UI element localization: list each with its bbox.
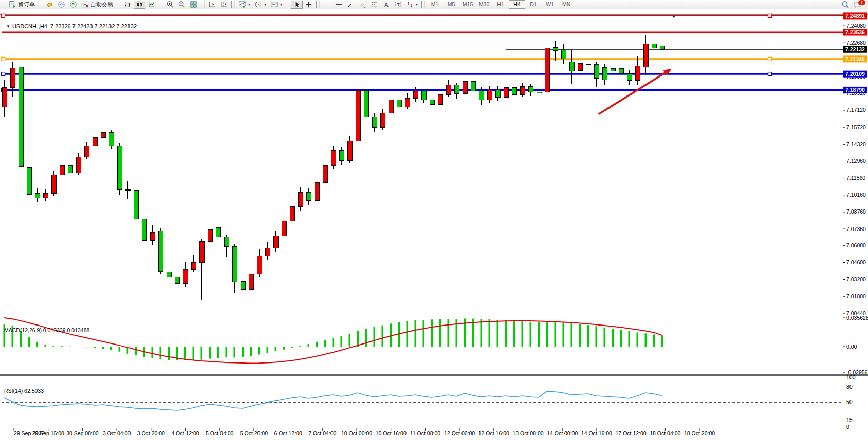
macd-histogram-bar <box>300 346 302 347</box>
toolbar-grip[interactable] <box>201 1 205 8</box>
trendline-tool-button[interactable] <box>345 1 357 9</box>
toolbar-grip[interactable] <box>286 1 289 8</box>
toolbar-grip[interactable] <box>231 1 235 8</box>
candle-body-down <box>35 193 40 198</box>
candle-body-up <box>273 236 278 248</box>
signals-icon <box>69 1 77 8</box>
signals-button[interactable] <box>67 1 79 9</box>
time-axis-label: 18 Oct 20:00 <box>684 430 715 436</box>
candle-body-up <box>84 146 89 157</box>
candle-body-down <box>241 281 245 289</box>
toolbar-grip[interactable] <box>39 1 42 8</box>
axis-label: 7.22680 <box>846 40 866 46</box>
timeframe-M15[interactable]: M15 <box>459 0 476 9</box>
macd-histogram-bar <box>102 347 104 349</box>
charts-button[interactable] <box>56 1 67 9</box>
macd-histogram-bar <box>563 322 565 347</box>
line-chart-mode-button[interactable] <box>145 1 157 9</box>
time-axis-label: 5 Oct 20:00 <box>240 430 268 436</box>
vertical-line-tool-button[interactable] <box>321 1 333 9</box>
candle-body-up <box>504 87 508 97</box>
macd-histogram-bar <box>604 328 606 347</box>
axis-label: 0.035628 <box>846 315 868 321</box>
timeframe-MN[interactable]: MN <box>558 0 575 9</box>
auto-scroll-button[interactable] <box>206 1 218 9</box>
toolbar-grip[interactable] <box>159 1 162 8</box>
channel-tool-button[interactable]: E <box>357 1 368 9</box>
horizontal-line-tool-button[interactable] <box>333 1 345 9</box>
fibonacci-tool-button[interactable]: F <box>368 1 380 9</box>
line-handle[interactable] <box>2 72 5 76</box>
axis-label: 7.23536 <box>845 29 865 35</box>
bar-chart-mode-button[interactable] <box>122 1 134 9</box>
macd-histogram-bar <box>456 319 458 347</box>
macd-histogram-bar <box>497 320 499 347</box>
toolbar-grip[interactable] <box>117 1 120 8</box>
macd-histogram-bar <box>407 321 409 347</box>
strategy-tester-button[interactable] <box>44 1 56 9</box>
price-chart-canvas[interactable]: 7.240807.226807.212807.198807.185207.171… <box>0 9 868 440</box>
timeframe-H4[interactable]: H4 <box>509 0 525 9</box>
search-button[interactable] <box>839 1 852 9</box>
macd-histogram-bar <box>481 319 483 347</box>
macd-histogram-bar <box>374 327 376 347</box>
macd-histogram-bar <box>555 322 557 347</box>
cursor-tool-button[interactable] <box>291 1 303 9</box>
arrows-tool-button[interactable]: ▾ <box>404 1 420 9</box>
axis-label: 7.14320 <box>846 141 866 147</box>
macd-histogram-bar <box>448 319 450 347</box>
toolbar-grip[interactable] <box>421 1 425 8</box>
zoom-out-button[interactable] <box>176 1 188 9</box>
tile-windows-button[interactable] <box>188 1 199 9</box>
timeframe-D1[interactable]: D1 <box>525 0 542 9</box>
axis-label: 7.01800 <box>846 293 866 299</box>
line-handle[interactable] <box>768 57 772 61</box>
toolbar-grip[interactable] <box>316 1 320 8</box>
timeframe-H1[interactable]: H1 <box>492 0 509 9</box>
timeframe-M30[interactable]: M30 <box>476 0 492 9</box>
zoom-in-button[interactable] <box>164 1 176 9</box>
candle-body-up <box>347 141 352 161</box>
dropdown-caret-icon: ▾ <box>264 2 266 7</box>
chart-shift-button[interactable] <box>218 1 230 9</box>
candle-body-down <box>421 91 426 100</box>
candle-body-up <box>635 66 640 81</box>
timeframe-W1[interactable]: W1 <box>542 0 558 9</box>
macd-histogram-bar <box>242 347 244 357</box>
macd-histogram-bar <box>291 347 293 348</box>
new-order-button[interactable]: 新订单 <box>7 1 37 9</box>
axis-label: 7.17120 <box>846 107 866 113</box>
add-indicator-button[interactable]: ▾ <box>236 1 252 9</box>
time-axis-label: 29 Sep 16:00 <box>32 430 64 436</box>
line-handle[interactable] <box>768 14 772 17</box>
period-button[interactable]: ▾ <box>252 1 268 9</box>
axis-label: 7.21346 <box>845 56 865 62</box>
candle-body-up <box>356 90 360 141</box>
time-axis-label: 7 Oct 04:00 <box>308 430 336 436</box>
text-tool-button[interactable]: A <box>380 1 392 9</box>
toolbar-grip[interactable] <box>2 1 5 8</box>
axis-label: 100 <box>846 374 856 380</box>
text-label-tool-button[interactable]: T <box>392 1 404 9</box>
template-button[interactable]: ▾ <box>268 1 284 9</box>
timeframe-M1[interactable]: M1 <box>427 0 443 9</box>
fibonacci-icon: F <box>371 1 378 8</box>
macd-histogram-bar <box>267 347 269 353</box>
candle-body-up <box>323 165 327 182</box>
macd-histogram-bar <box>152 347 154 358</box>
notifications-button[interactable]: 1 <box>852 1 864 9</box>
time-axis-label: 17 Oct 12:00 <box>616 430 647 436</box>
candlestick-mode-button[interactable] <box>134 1 145 9</box>
crosshair-tool-button[interactable] <box>303 1 315 9</box>
autotrading-button[interactable]: 自动交易 <box>79 1 115 9</box>
candle-body-down <box>117 146 122 189</box>
rsi-indicator-label: RSI(14) 62.5033 <box>4 388 44 394</box>
candle-body-up <box>487 90 492 100</box>
candle-body-down <box>109 132 114 146</box>
candle-body-up <box>463 82 467 94</box>
timeframe-M5[interactable]: M5 <box>443 0 459 9</box>
line-handle[interactable] <box>2 57 5 61</box>
line-handle[interactable] <box>768 72 772 76</box>
candle-body-up <box>331 151 336 165</box>
line-handle[interactable] <box>2 14 5 17</box>
